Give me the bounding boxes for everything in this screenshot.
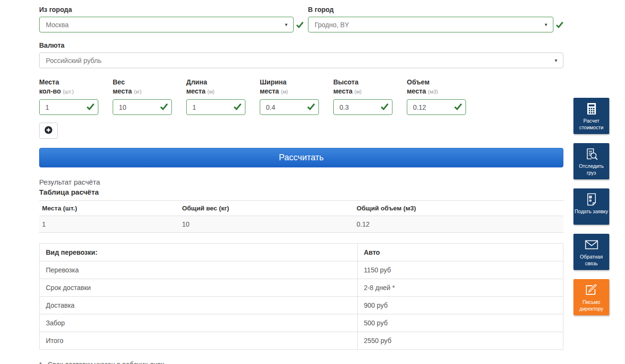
valid-check-icon xyxy=(160,103,168,112)
field-label: Объем xyxy=(407,78,466,86)
price-row-label: Срок доставки xyxy=(40,279,358,297)
field-sublabel: места xyxy=(260,87,279,95)
request-form-icon xyxy=(586,193,597,206)
table-row: Итого 2550 руб xyxy=(40,332,563,350)
width-field: Ширина места (м) xyxy=(260,78,319,115)
summary-cell-volume: 0.12 xyxy=(354,216,563,233)
sidebar-item-letter-to-director[interactable]: Письмо директору xyxy=(573,279,609,315)
from-city-label: Из города xyxy=(39,6,308,13)
volume-field: Объем места (м3) xyxy=(407,78,466,115)
delivery-footnote: * - Срок доставки указан в рабочих днях. xyxy=(39,361,563,364)
currency-select[interactable]: Российский рубль ▼ xyxy=(39,52,563,68)
field-unit: (м) xyxy=(207,89,214,94)
table-row: 1 10 0.12 xyxy=(39,216,563,233)
field-label: Высота xyxy=(333,78,392,86)
field-sublabel: кол-во xyxy=(39,87,61,95)
sidebar-item-label: Письмо директору xyxy=(575,299,608,312)
valid-check-icon xyxy=(381,103,389,112)
track-search-icon xyxy=(585,147,598,160)
price-header-label: Вид перевозки: xyxy=(40,244,358,261)
sidebar-item-cost-calculation[interactable]: Расчет стоимости xyxy=(573,98,609,134)
summary-header-places: Места (шт.) xyxy=(39,201,179,216)
field-unit: (м) xyxy=(281,89,288,94)
price-row-value: 900 руб xyxy=(357,297,563,314)
summary-cell-weight: 10 xyxy=(179,216,354,233)
price-header-value: Авто xyxy=(357,244,563,261)
price-row-label: Перевозка xyxy=(40,261,358,279)
summary-header-volume: Общий объем (м3) xyxy=(354,201,563,216)
valid-check-icon xyxy=(233,103,242,112)
result-table-title: Таблица расчёта xyxy=(39,188,563,196)
table-row: Забор 500 руб xyxy=(40,314,563,332)
calculator-page: Из города Москва ▼ В город Гродно, BY ▼ xyxy=(39,6,563,364)
compose-icon xyxy=(585,283,598,296)
summary-header-weight: Общий вес (кг) xyxy=(179,201,354,216)
field-sublabel: места xyxy=(407,87,426,95)
places-count-field: Места кол-во (шт.) xyxy=(39,78,98,115)
sidebar-item-submit-request[interactable]: Подать заявку xyxy=(573,188,609,225)
valid-check-icon xyxy=(296,21,304,28)
to-city-block: В город Гродно, BY ▼ xyxy=(308,6,563,32)
valid-check-icon xyxy=(454,103,462,112)
sidebar-item-track-cargo[interactable]: Отследить груз xyxy=(573,143,609,179)
valid-check-icon xyxy=(556,21,563,28)
field-sublabel: места xyxy=(113,87,132,95)
price-row-value: 1150 руб xyxy=(357,261,563,279)
price-row-value: 2550 руб xyxy=(357,332,563,350)
field-sublabel: места xyxy=(333,87,352,95)
weight-field: Вес места (кг) xyxy=(113,78,172,115)
field-label: Места xyxy=(39,78,98,86)
table-row: Доставка 900 руб xyxy=(40,297,563,314)
cities-row: Из города Москва ▼ В город Гродно, BY ▼ xyxy=(39,6,563,32)
currency-label: Валюта xyxy=(39,42,563,49)
table-row: Вид перевозки: Авто xyxy=(40,244,563,261)
from-city-select[interactable]: Москва ▼ xyxy=(39,17,294,32)
currency-value: Российский рубль xyxy=(46,57,101,64)
calculate-button[interactable]: Рассчитать xyxy=(39,148,563,167)
price-row-value: 500 руб xyxy=(357,314,563,332)
chevron-down-icon: ▼ xyxy=(544,22,548,27)
table-row: Перевозка 1150 руб xyxy=(40,261,563,279)
field-unit: (шт.) xyxy=(63,89,74,94)
envelope-icon xyxy=(585,238,598,251)
field-label: Вес xyxy=(113,78,172,86)
sidebar-item-label: Отследить груз xyxy=(575,163,608,176)
summary-table: Места (шт.) Общий вес (кг) Общий объем (… xyxy=(39,200,563,233)
table-row: Срок доставки 2-8 дней * xyxy=(40,279,563,297)
price-row-label: Доставка xyxy=(40,297,358,314)
height-field: Высота места (м) xyxy=(333,78,392,115)
to-city-label: В город xyxy=(308,6,563,13)
length-field: Длина места (м) xyxy=(186,78,245,115)
to-city-select[interactable]: Гродно, BY ▼ xyxy=(308,17,553,32)
to-city-value: Гродно, BY xyxy=(315,21,349,29)
sidebar-item-label: Расчет стоимости xyxy=(575,117,608,131)
calculator-icon xyxy=(586,102,597,115)
field-label: Ширина xyxy=(260,78,319,86)
price-row-value: 2-8 дней * xyxy=(357,279,563,297)
plus-circle-icon xyxy=(44,126,53,136)
from-city-value: Москва xyxy=(46,21,69,29)
price-table: Вид перевозки: Авто Перевозка 1150 руб С… xyxy=(39,243,563,350)
currency-block: Валюта Российский рубль ▼ xyxy=(39,42,563,68)
field-unit: (кг) xyxy=(134,89,141,94)
chevron-down-icon: ▼ xyxy=(284,22,288,27)
add-place-button[interactable] xyxy=(39,123,58,139)
field-sublabel: места xyxy=(186,87,205,95)
from-city-block: Из города Москва ▼ xyxy=(39,6,308,32)
valid-check-icon xyxy=(86,103,95,112)
summary-cell-places: 1 xyxy=(39,216,179,233)
sidebar-item-label: Подать заявку xyxy=(575,208,608,215)
result-title: Результат расчёта xyxy=(39,178,563,186)
dimensions-row: Места кол-во (шт.) Вес места (кг) Длина … xyxy=(39,78,563,115)
chevron-down-icon: ▼ xyxy=(554,58,558,63)
field-label: Длина xyxy=(186,78,245,86)
price-row-label: Итого xyxy=(40,332,358,350)
price-row-label: Забор xyxy=(40,314,358,332)
field-unit: (м3) xyxy=(428,89,438,94)
sidebar-item-label: Обратная связь xyxy=(575,253,608,267)
field-unit: (м) xyxy=(354,89,361,94)
sidebar-item-feedback[interactable]: Обратная связь xyxy=(573,234,609,270)
valid-check-icon xyxy=(307,103,315,112)
quick-actions-sidebar: Расчет стоимости Отследить груз Подать з… xyxy=(573,98,609,315)
